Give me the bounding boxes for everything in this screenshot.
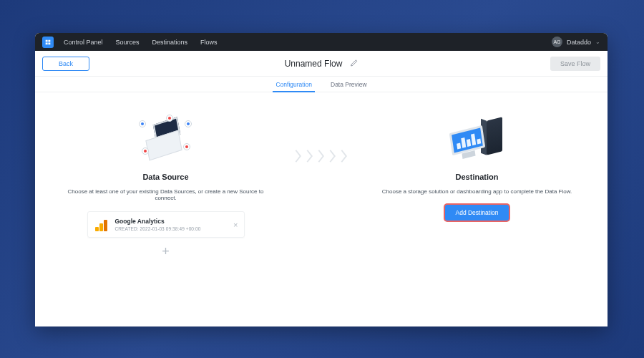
source-illustration <box>130 112 202 170</box>
flow-arrows-icon <box>289 148 353 164</box>
source-heading: Data Source <box>142 173 188 181</box>
tabs: Configuration Data Preview <box>35 77 608 92</box>
app-window: Control Panel Sources Destinations Flows… <box>35 33 608 326</box>
source-card[interactable]: Google Analytics CREATED: 2022-01-03 09:… <box>87 211 245 238</box>
page-title: Unnamed Flow <box>285 59 343 69</box>
back-button[interactable]: Back <box>42 57 89 71</box>
add-destination-button[interactable]: Add Destination <box>445 205 508 221</box>
source-subtext: Choose at least one of your existing Dat… <box>66 188 266 201</box>
tab-configuration[interactable]: Configuration <box>275 77 312 92</box>
destination-illustration <box>441 112 513 170</box>
data-source-column: Data Source Choose at least one of your … <box>64 112 268 258</box>
source-name: Google Analytics <box>115 218 201 225</box>
edit-icon[interactable] <box>349 57 358 70</box>
source-meta: CREATED: 2022-01-03 09:38:49 +00:00 <box>115 226 201 231</box>
google-analytics-icon <box>95 218 108 231</box>
brand-logo[interactable] <box>42 37 54 48</box>
header-bar: Back Unnamed Flow Save Flow <box>35 51 608 77</box>
nav-user[interactable]: AG Dataddo ⌄ <box>552 37 600 47</box>
add-source-button[interactable]: + <box>162 245 170 258</box>
nav-control-panel[interactable]: Control Panel <box>64 39 103 46</box>
source-card-text: Google Analytics CREATED: 2022-01-03 09:… <box>115 218 201 231</box>
nav-flows[interactable]: Flows <box>200 39 218 46</box>
main-content: Data Source Choose at least one of your … <box>35 92 608 258</box>
chevron-down-icon: ⌄ <box>595 39 600 45</box>
nav-sources[interactable]: Sources <box>116 39 140 46</box>
user-label: Dataddo <box>567 39 591 46</box>
flow-title-group: Unnamed Flow <box>285 57 358 70</box>
destination-heading: Destination <box>456 173 499 181</box>
destination-column: Destination Choose a storage solution or… <box>375 112 579 221</box>
save-flow-button[interactable]: Save Flow <box>550 57 600 71</box>
remove-source-icon[interactable]: × <box>233 221 238 229</box>
tab-data-preview[interactable]: Data Preview <box>331 77 367 92</box>
nav-links: Control Panel Sources Destinations Flows <box>64 39 218 46</box>
nav-destinations[interactable]: Destinations <box>152 39 188 46</box>
top-nav: Control Panel Sources Destinations Flows… <box>35 33 608 51</box>
destination-subtext: Choose a storage solution or dashboardin… <box>382 188 572 195</box>
avatar: AG <box>552 37 562 47</box>
